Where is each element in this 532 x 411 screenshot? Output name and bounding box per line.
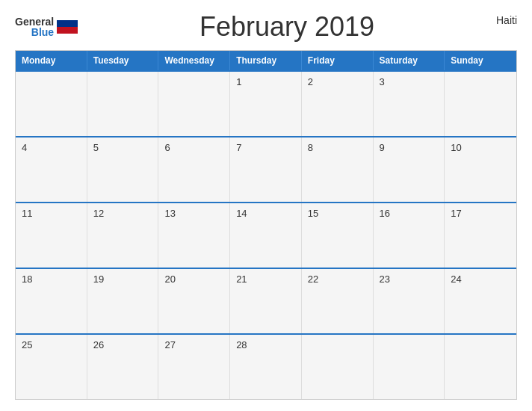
calendar-week-4: 18192021222324 <box>16 268 516 333</box>
cal-cell-w5-d3: 27 <box>158 335 230 399</box>
logo-blue-text: Blue <box>31 27 54 37</box>
cal-cell-w5-d4: 28 <box>230 335 302 399</box>
flag-top <box>57 20 78 27</box>
header-sunday: Sunday <box>445 51 516 70</box>
cal-cell-w2-d3: 6 <box>158 137 230 202</box>
header-tuesday: Tuesday <box>87 51 159 70</box>
day-number: 25 <box>22 339 32 350</box>
cal-cell-w4-d5: 22 <box>302 269 374 333</box>
cal-cell-w3-d7: 17 <box>445 203 516 268</box>
day-number: 18 <box>22 274 32 285</box>
logo-general-text: General <box>15 16 54 27</box>
cal-cell-w2-d5: 8 <box>302 137 374 202</box>
cal-cell-w4-d1: 18 <box>16 269 87 333</box>
logo-flag-icon <box>57 20 78 34</box>
day-number: 10 <box>451 142 461 153</box>
cal-cell-w5-d2: 26 <box>87 335 159 399</box>
cal-cell-w5-d5 <box>302 335 374 399</box>
day-number: 23 <box>380 274 390 285</box>
day-number: 24 <box>451 274 461 285</box>
day-number: 14 <box>236 208 247 219</box>
cal-cell-w2-d6: 9 <box>374 137 445 202</box>
day-number: 2 <box>308 76 313 87</box>
calendar-grid: Monday Tuesday Wednesday Thursday Friday… <box>15 50 517 400</box>
cal-cell-w3-d6: 16 <box>374 203 445 268</box>
country-label: Haiti <box>496 14 517 26</box>
cal-cell-w5-d1: 25 <box>16 335 87 399</box>
logo: General Blue <box>15 16 78 37</box>
cal-cell-w3-d2: 12 <box>87 203 159 268</box>
cal-cell-w4-d6: 23 <box>374 269 445 333</box>
cal-cell-w1-d6: 3 <box>374 72 445 136</box>
day-number: 11 <box>22 208 32 219</box>
cal-cell-w1-d5: 2 <box>302 72 374 136</box>
cal-cell-w2-d7: 10 <box>445 137 516 202</box>
day-number: 28 <box>236 339 247 350</box>
day-number: 13 <box>164 208 175 219</box>
calendar-page: General Blue February 2019 Haiti Monday … <box>0 0 532 411</box>
day-number: 5 <box>93 142 99 153</box>
cal-cell-w1-d2 <box>87 72 159 136</box>
day-number: 12 <box>93 208 104 219</box>
header-thursday: Thursday <box>230 51 302 70</box>
cal-cell-w3-d1: 11 <box>16 203 87 268</box>
day-number: 22 <box>308 274 318 285</box>
day-number: 7 <box>236 142 241 153</box>
day-number: 21 <box>236 274 247 285</box>
calendar-title: February 2019 <box>78 11 496 43</box>
cal-cell-w1-d7 <box>445 72 516 136</box>
cal-cell-w5-d7 <box>445 335 516 399</box>
day-number: 20 <box>164 274 175 285</box>
day-number: 16 <box>380 208 390 219</box>
cal-cell-w4-d7: 24 <box>445 269 516 333</box>
cal-cell-w5-d6 <box>374 335 445 399</box>
header-monday: Monday <box>16 51 87 70</box>
day-number: 6 <box>164 142 170 153</box>
header-friday: Friday <box>302 51 374 70</box>
calendar-body: 1234567891011121314151617181920212223242… <box>16 70 516 399</box>
day-number: 1 <box>236 76 241 87</box>
cal-cell-w2-d2: 5 <box>87 137 159 202</box>
cal-cell-w3-d3: 13 <box>158 203 230 268</box>
cal-cell-w3-d4: 14 <box>230 203 302 268</box>
calendar-week-3: 11121314151617 <box>16 202 516 268</box>
cal-cell-w4-d2: 19 <box>87 269 159 333</box>
day-number: 26 <box>93 339 104 350</box>
cal-cell-w4-d4: 21 <box>230 269 302 333</box>
cal-cell-w1-d4: 1 <box>230 72 302 136</box>
header-saturday: Saturday <box>374 51 445 70</box>
cal-cell-w4-d3: 20 <box>158 269 230 333</box>
cal-cell-w3-d5: 15 <box>302 203 374 268</box>
calendar-header-row: Monday Tuesday Wednesday Thursday Friday… <box>16 51 516 70</box>
calendar-week-1: 123 <box>16 70 516 136</box>
flag-bottom <box>57 27 78 34</box>
header-wednesday: Wednesday <box>158 51 230 70</box>
calendar-week-5: 25262728 <box>16 333 516 399</box>
cal-cell-w2-d1: 4 <box>16 137 87 202</box>
day-number: 15 <box>308 208 318 219</box>
cal-cell-w1-d1 <box>16 72 87 136</box>
cal-cell-w2-d4: 7 <box>230 137 302 202</box>
calendar-week-2: 45678910 <box>16 136 516 202</box>
day-number: 27 <box>164 339 175 350</box>
day-number: 3 <box>380 76 385 87</box>
cal-cell-w1-d3 <box>158 72 230 136</box>
day-number: 19 <box>93 274 104 285</box>
day-number: 4 <box>22 142 27 153</box>
day-number: 9 <box>380 142 385 153</box>
day-number: 17 <box>451 208 461 219</box>
day-number: 8 <box>308 142 313 153</box>
page-header: General Blue February 2019 Haiti <box>15 11 517 43</box>
